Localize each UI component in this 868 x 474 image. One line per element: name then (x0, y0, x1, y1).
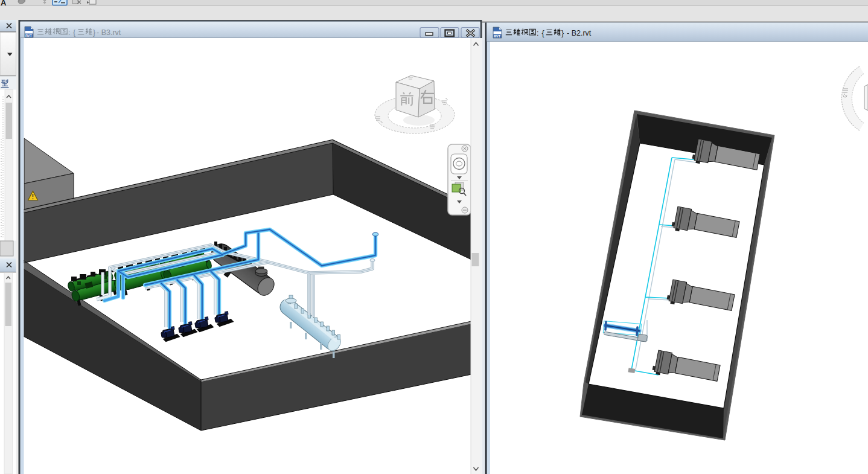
svg-text:}: } (561, 29, 564, 37)
svg-text:}: } (93, 28, 95, 37)
svg-text:RVT: RVT (25, 34, 33, 37)
svg-text:A: A (1, 0, 7, 7)
svg-text::: : (68, 28, 70, 37)
svg-text:{: { (73, 28, 75, 37)
svg-text:- B3.rvt: - B3.rvt (97, 28, 121, 37)
svg-text:RVT: RVT (494, 34, 501, 38)
svg-text:{: { (542, 29, 544, 37)
svg-text:- B2.rvt: - B2.rvt (567, 29, 592, 37)
svg-text::: : (537, 29, 538, 37)
